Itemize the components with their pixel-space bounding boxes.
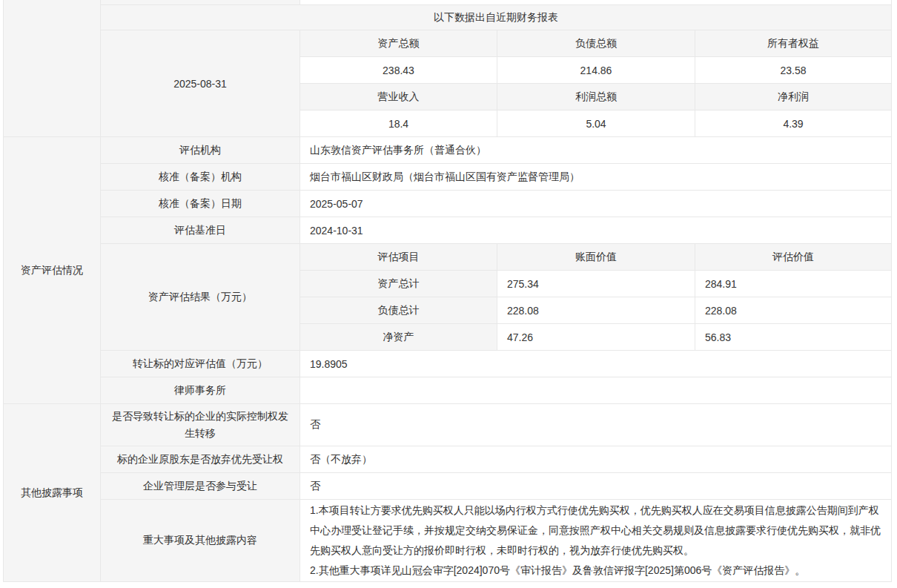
value-total-liabilities: 214.86 bbox=[497, 57, 695, 84]
partial-row-value-cell bbox=[300, 0, 892, 5]
header-total-assets: 资产总额 bbox=[300, 30, 497, 57]
financial-note: 以下数据出自近期财务报表 bbox=[101, 5, 892, 30]
label-evaluation-result: 资产评估结果（万元） bbox=[101, 244, 300, 351]
section-title-asset-evaluation: 资产评估情况 bbox=[4, 137, 101, 404]
label-approval-agency: 核准（备案）机构 bbox=[101, 164, 300, 191]
label-management-participation: 企业管理层是否参与受让 bbox=[101, 473, 300, 500]
major-items-paragraph-1: 1.本项目转让方要求优先购买权人只能以场内行权方式行使优先购买权，优先购买权人应… bbox=[310, 501, 881, 561]
subheader-eval-item: 评估项目 bbox=[300, 244, 497, 271]
value-transfer-eval-value: 19.8905 bbox=[300, 351, 892, 377]
value-control-transfer: 否 bbox=[300, 404, 892, 446]
value-major-items: 1.本项目转让方要求优先购买权人只能以场内行权方式行使优先购买权，优先购买权人应… bbox=[300, 500, 892, 582]
subheader-book-value: 账面价值 bbox=[497, 244, 695, 271]
value-eval-total-liabilities: 228.08 bbox=[695, 297, 892, 324]
label-eval-net-assets: 净资产 bbox=[300, 324, 497, 351]
value-approval-agency: 烟台市福山区财政局（烟台市福山区国有资产监督管理局） bbox=[300, 164, 892, 191]
label-control-transfer: 是否导致转让标的企业的实际控制权发生转移 bbox=[101, 404, 300, 446]
value-eval-total-assets: 284.91 bbox=[695, 271, 892, 297]
header-owner-equity: 所有者权益 bbox=[695, 30, 892, 57]
label-eval-total-assets: 资产总计 bbox=[300, 271, 497, 297]
value-net-profit: 4.39 bbox=[695, 110, 892, 137]
label-evaluation-agency: 评估机构 bbox=[101, 137, 300, 164]
financial-date: 2025-08-31 bbox=[101, 30, 300, 137]
value-eval-net-assets: 56.83 bbox=[695, 324, 892, 351]
section-cell-financial-summary bbox=[4, 0, 101, 137]
value-book-net-assets: 47.26 bbox=[497, 324, 695, 351]
value-total-assets: 238.43 bbox=[300, 57, 497, 84]
label-waive-preemptive-right: 标的企业原股东是否放弃优先受让权 bbox=[101, 446, 300, 473]
section-title-other-disclosure: 其他披露事项 bbox=[4, 404, 101, 582]
label-evaluation-base-date: 评估基准日 bbox=[101, 217, 300, 244]
label-major-items: 重大事项及其他披露内容 bbox=[101, 500, 300, 582]
value-total-profit: 5.04 bbox=[497, 110, 695, 137]
value-approval-date: 2025-05-07 bbox=[300, 191, 892, 217]
value-book-total-liabilities: 228.08 bbox=[497, 297, 695, 324]
header-total-profit: 利润总额 bbox=[497, 84, 695, 110]
label-approval-date: 核准（备案）日期 bbox=[101, 191, 300, 217]
value-book-total-assets: 275.34 bbox=[497, 271, 695, 297]
header-net-profit: 净利润 bbox=[695, 84, 892, 110]
label-law-firm: 律师事务所 bbox=[101, 377, 300, 404]
value-evaluation-agency: 山东敦信资产评估事务所（普通合伙） bbox=[300, 137, 892, 164]
value-management-participation: 否 bbox=[300, 473, 892, 500]
major-items-paragraph-2: 2.其他重大事项详见山冠会审字[2024]070号《审计报告》及鲁敦信评报字[2… bbox=[310, 561, 805, 581]
label-eval-total-liabilities: 负债总计 bbox=[300, 297, 497, 324]
value-waive-preemptive-right: 否（不放弃） bbox=[300, 446, 892, 473]
value-revenue: 18.4 bbox=[300, 110, 497, 137]
label-transfer-eval-value: 转让标的对应评估值（万元） bbox=[101, 351, 300, 377]
disclosure-table: 资产评估情况 其他披露事项 以下数据出自近期财务报表 2025-08-31 资产… bbox=[3, 0, 892, 582]
header-revenue: 营业收入 bbox=[300, 84, 497, 110]
partial-row-label-cell bbox=[101, 0, 300, 5]
value-owner-equity: 23.58 bbox=[695, 57, 892, 84]
subheader-eval-value: 评估价值 bbox=[695, 244, 892, 271]
value-evaluation-base-date: 2024-10-31 bbox=[300, 217, 892, 244]
header-total-liabilities: 负债总额 bbox=[497, 30, 695, 57]
value-law-firm bbox=[300, 377, 892, 404]
